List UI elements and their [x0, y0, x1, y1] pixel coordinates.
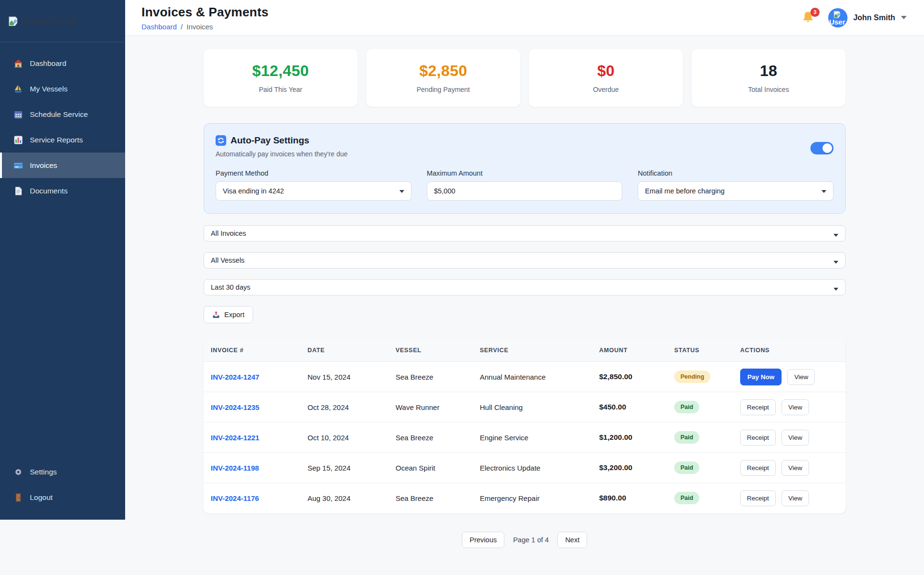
gear-icon — [13, 467, 23, 477]
view-button[interactable]: View — [787, 369, 815, 385]
invoice-vessel: Wave Runner — [388, 392, 473, 422]
invoice-status-filter-value: All Invoices — [211, 230, 246, 237]
table-row: INV-2024-1198 Sep 15, 2024 Ocean Spirit … — [204, 453, 846, 483]
sidebar-footer: Settings Logout — [0, 459, 125, 510]
maximum-amount-input[interactable] — [427, 181, 623, 201]
invoice-link[interactable]: INV-2024-1221 — [211, 434, 259, 442]
col-vessel: VESSEL — [388, 339, 473, 362]
stat-card-overdue: $0 Overdue — [529, 49, 683, 107]
avatar-alt-text: User — [829, 18, 845, 26]
notification-select[interactable]: Email me before charging — [638, 181, 834, 201]
house-icon — [13, 59, 23, 68]
invoice-vessel: Ocean Spirit — [388, 453, 473, 483]
export-label: Export — [224, 311, 244, 319]
sidebar-item-documents[interactable]: Documents — [0, 178, 125, 204]
receipt-button[interactable]: Receipt — [740, 399, 776, 415]
autopay-toggle[interactable] — [810, 142, 834, 154]
invoice-date: Nov 15, 2024 — [300, 362, 388, 392]
invoice-link[interactable]: INV-2024-1198 — [211, 464, 259, 472]
date-range-filter-value: Last 30 days — [211, 283, 250, 291]
view-button[interactable]: View — [782, 460, 809, 476]
status-badge: Pending — [674, 371, 710, 383]
invoice-status-filter-select[interactable]: All Invoices — [204, 225, 846, 242]
invoices-table: INVOICE # DATE VESSEL SERVICE AMOUNT STA… — [204, 339, 846, 513]
view-button[interactable]: View — [782, 399, 809, 415]
vessel-filter-select[interactable]: All Vessels — [204, 252, 846, 268]
page-info: Page 1 of 4 — [513, 536, 549, 544]
sidebar-item-dashboard[interactable]: Dashboard — [0, 51, 125, 76]
status-badge: Paid — [674, 431, 699, 444]
sailboat-icon — [13, 84, 23, 94]
sidebar: HarborSmith Dashboard My — [0, 0, 125, 520]
col-status: STATUS — [667, 339, 733, 362]
invoice-date: Aug 30, 2024 — [300, 483, 388, 513]
sidebar-item-label: Settings — [30, 468, 57, 476]
autopay-settings-panel: Auto-Pay Settings Automatically pay invo… — [204, 123, 846, 214]
sidebar-item-service-reports[interactable]: Service Reports — [0, 127, 125, 153]
stat-label: Paid This Year — [208, 86, 353, 93]
receipt-button[interactable]: Receipt — [740, 460, 776, 476]
stat-value: 18 — [696, 62, 841, 80]
stat-label: Overdue — [534, 86, 678, 93]
receipt-button[interactable]: Receipt — [740, 430, 776, 446]
stat-cards: $12,450 Paid This Year $2,850 Pending Pa… — [204, 49, 846, 107]
broken-image-icon — [7, 15, 19, 27]
invoice-date: Oct 10, 2024 — [300, 422, 388, 453]
app-logo: HarborSmith — [0, 0, 125, 42]
stat-card-paid-this-year: $12,450 Paid This Year — [204, 49, 358, 107]
date-range-filter-select[interactable]: Last 30 days — [204, 279, 846, 295]
stat-value: $2,850 — [371, 62, 515, 80]
maximum-amount-label: Maximum Amount — [427, 169, 623, 177]
sidebar-item-schedule-service[interactable]: Schedule Service — [0, 102, 125, 127]
invoice-vessel: Sea Breeze — [388, 483, 473, 513]
sidebar-item-settings[interactable]: Settings — [0, 459, 125, 485]
stat-value: $12,450 — [208, 62, 353, 80]
page-header: Invoices & Payments Dashboard / Invoices… — [125, 0, 924, 36]
view-button[interactable]: View — [782, 490, 809, 506]
payment-method-select[interactable]: Visa ending in 4242 — [216, 181, 411, 201]
bar-chart-icon — [13, 135, 23, 145]
user-menu[interactable]: User John Smith — [828, 8, 907, 27]
payment-method-value: Visa ending in 4242 — [223, 187, 284, 195]
sidebar-item-label: Schedule Service — [30, 110, 88, 119]
table-row: INV-2024-1247 Nov 15, 2024 Sea Breeze An… — [204, 362, 846, 392]
invoice-service: Electronics Update — [473, 453, 592, 483]
pagination: Previous Page 1 of 4 Next — [204, 532, 846, 548]
notification-label: Notification — [638, 169, 834, 177]
receipt-button[interactable]: Receipt — [740, 490, 776, 506]
invoice-vessel: Sea Breeze — [388, 362, 473, 392]
next-page-button[interactable]: Next — [557, 532, 587, 548]
status-badge: Paid — [674, 492, 699, 504]
notifications-button[interactable]: 3 — [801, 11, 816, 25]
breadcrumb-dashboard-link[interactable]: Dashboard — [141, 23, 177, 31]
invoice-amount: $3,200.00 — [592, 453, 667, 483]
table-row: INV-2024-1176 Aug 30, 2024 Sea Breeze Em… — [204, 483, 846, 513]
table-header-row: INVOICE # DATE VESSEL SERVICE AMOUNT STA… — [204, 339, 846, 362]
sidebar-item-invoices[interactable]: Invoices — [0, 153, 125, 178]
pay-now-button[interactable]: Pay Now — [740, 369, 782, 385]
invoice-amount: $1,200.00 — [592, 422, 667, 453]
main-content: $12,450 Paid This Year $2,850 Pending Pa… — [125, 36, 924, 575]
invoice-amount: $2,850.00 — [592, 362, 667, 392]
previous-page-button[interactable]: Previous — [462, 532, 504, 548]
invoice-service: Hull Cleaning — [473, 392, 592, 422]
export-button[interactable]: Export — [204, 306, 253, 323]
calendar-icon — [13, 110, 23, 119]
autopay-title: Auto-Pay Settings — [231, 135, 309, 146]
stat-label: Pending Payment — [371, 86, 515, 93]
invoice-service: Annual Maintenance — [473, 362, 592, 392]
invoice-amount: $890.00 — [592, 483, 667, 513]
invoice-link[interactable]: INV-2024-1235 — [211, 403, 259, 411]
invoice-link[interactable]: INV-2024-1176 — [211, 494, 259, 502]
invoice-link[interactable]: INV-2024-1247 — [211, 373, 259, 381]
view-button[interactable]: View — [782, 430, 809, 446]
vessel-filter-value: All Vessels — [211, 256, 244, 264]
sidebar-item-logout[interactable]: Logout — [0, 485, 125, 510]
stat-label: Total Invoices — [696, 86, 841, 93]
sidebar-item-my-vessels[interactable]: My Vessels — [0, 76, 125, 102]
col-actions: ACTIONS — [733, 339, 846, 362]
sidebar-item-label: Service Reports — [30, 136, 83, 144]
stat-value: $0 — [534, 62, 678, 80]
status-badge: Paid — [674, 401, 699, 413]
payment-method-label: Payment Method — [216, 169, 411, 177]
